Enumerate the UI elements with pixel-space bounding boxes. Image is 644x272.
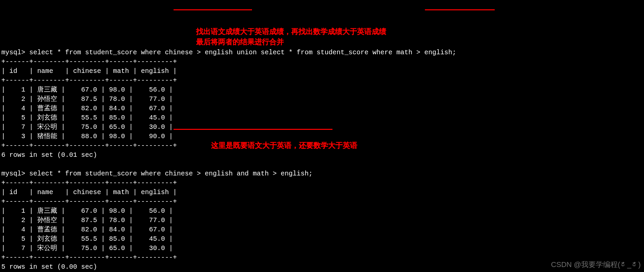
- underline-chinese-gt-english-1: [174, 9, 252, 10]
- underline-condition-2: [174, 129, 332, 130]
- result-footer: 5 rows in set (0.00 sec): [1, 263, 97, 271]
- table-row: | 4 | 曹孟德 | 82.0 | 84.0 | 67.0 |: [1, 105, 173, 112]
- table-border: +------+--------+---------+------+------…: [1, 77, 177, 84]
- annotation-2: 这里是既要语文大于英语，还要数学大于英语: [211, 140, 357, 151]
- table-border: +------+--------+---------+------+------…: [1, 142, 177, 149]
- table-row: | 5 | 刘玄德 | 55.5 | 85.0 | 45.0 |: [1, 235, 173, 243]
- table-row: | 5 | 刘玄德 | 55.5 | 85.0 | 45.0 |: [1, 114, 173, 122]
- sql-query-2: select * from student_score where chines…: [29, 170, 313, 177]
- underline-math-gt-english-1: [425, 9, 495, 10]
- annotation-1: 找出语文成绩大于英语成绩，再找出数学成绩大于英语成绩 最后将两者的结果进行合并: [196, 27, 386, 47]
- mysql-prompt: mysql>: [1, 170, 29, 177]
- mysql-prompt: mysql>: [1, 49, 29, 56]
- table-row: | 2 | 孙悟空 | 87.5 | 78.0 | 77.0 |: [1, 95, 173, 103]
- table-header: | id | name | chinese | math | english |: [1, 67, 177, 75]
- table-border: +------+--------+---------+------+------…: [1, 179, 177, 187]
- table-border: +------+--------+---------+------+------…: [1, 58, 177, 66]
- table-row: | 1 | 唐三藏 | 67.0 | 98.0 | 56.0 |: [1, 86, 173, 94]
- table-row: | 3 | 猪悟能 | 88.0 | 98.0 | 90.0 |: [1, 133, 173, 140]
- watermark: CSDN @我要学编程(ಥ_ಥ): [551, 260, 641, 270]
- table-border: +------+--------+---------+------+------…: [1, 198, 177, 205]
- sql-query-1: select * from student_score where chines…: [29, 49, 456, 56]
- terminal-output: mysql> select * from student_score where…: [1, 39, 643, 272]
- table-row: | 4 | 曹孟德 | 82.0 | 84.0 | 67.0 |: [1, 226, 173, 233]
- table-header: | id | name | chinese | math | english |: [1, 188, 177, 196]
- table-row: | 2 | 孙悟空 | 87.5 | 78.0 | 77.0 |: [1, 216, 173, 224]
- table-row: | 7 | 宋公明 | 75.0 | 65.0 | 30.0 |: [1, 244, 173, 252]
- table-border: +------+--------+---------+------+------…: [1, 254, 177, 261]
- result-footer: 6 rows in set (0.01 sec): [1, 151, 97, 159]
- table-row: | 7 | 宋公明 | 75.0 | 65.0 | 30.0 |: [1, 123, 173, 131]
- table-row: | 1 | 唐三藏 | 67.0 | 98.0 | 56.0 |: [1, 207, 173, 215]
